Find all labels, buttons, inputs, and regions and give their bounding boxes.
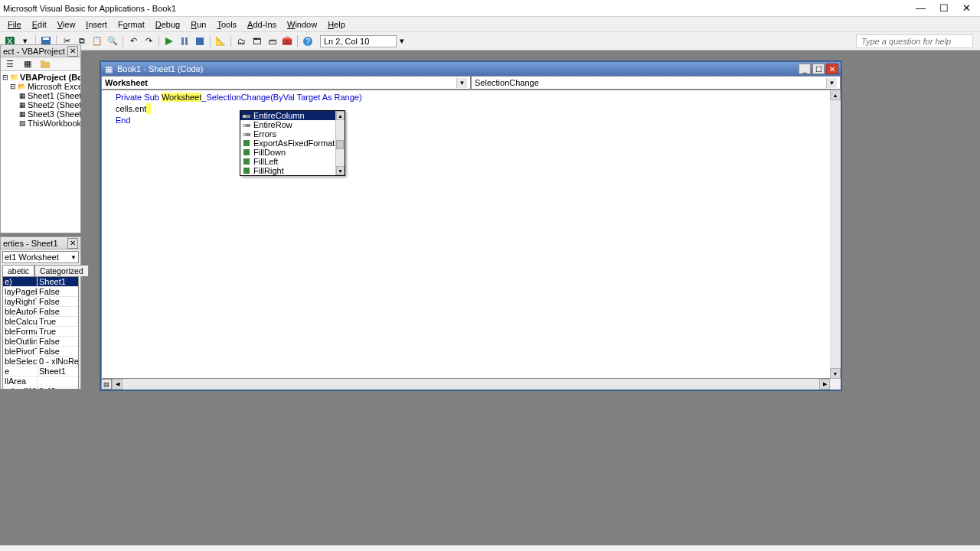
properties-grid[interactable]: e)Sheet1layPageBreakFalselayRightToLefFa… — [2, 276, 79, 390]
property-row[interactable]: bleSelection0 - xlNoRestric — [3, 357, 78, 367]
intellisense-popup[interactable]: EntireColumnEntireRowErrorsExportAsFixed… — [240, 110, 345, 176]
undo-icon[interactable]: ↶ — [127, 35, 139, 47]
tree-sheet2[interactable]: ▦Sheet2 (Sheet2) — [2, 100, 79, 109]
code-editor[interactable]: Private Sub Worksheet_SelectionChange(By… — [101, 90, 841, 379]
intellisense-item[interactable]: EntireRow — [240, 120, 345, 129]
menu-view[interactable]: View — [52, 18, 81, 31]
intellisense-item[interactable]: EntireColumn — [240, 111, 345, 120]
property-value[interactable]: False — [38, 337, 78, 346]
horizontal-scrollbar[interactable]: ◀ ▶ — [112, 379, 830, 390]
property-row[interactable]: blePivotTableFalse — [3, 347, 78, 357]
code-text[interactable]: Private Sub Worksheet_SelectionChange(By… — [102, 90, 840, 128]
property-row[interactable]: bleAutoFilterFalse — [3, 307, 78, 317]
code-maximize-button[interactable]: ☐ — [812, 64, 825, 74]
scroll-up-icon[interactable]: ▲ — [336, 111, 345, 120]
object-browser-icon[interactable]: 🗃 — [266, 35, 278, 47]
menu-format[interactable]: Format — [113, 18, 150, 31]
tree-thisworkbook[interactable]: ▧ThisWorkbook — [2, 119, 79, 128]
property-row[interactable]: llArea — [3, 377, 78, 386]
close-button[interactable]: ✕ — [962, 2, 971, 14]
menu-debug[interactable]: Debug — [150, 18, 185, 31]
procedure-combo[interactable]: SelectionChange ▼ — [471, 76, 841, 90]
property-value[interactable]: 8.43 — [38, 386, 78, 390]
dropdown-arrow-icon[interactable]: ▼ — [456, 78, 467, 88]
property-value[interactable] — [38, 377, 78, 386]
reset-icon[interactable] — [194, 35, 206, 47]
property-row[interactable]: bleFormatConTrue — [3, 327, 78, 337]
tree-folder[interactable]: ⊟ 📂 Microsoft Excel Objects — [2, 82, 79, 91]
tab-categorized[interactable]: Categorized — [34, 265, 89, 276]
menu-addins[interactable]: Add-Ins — [242, 18, 282, 31]
scroll-right-icon[interactable]: ▶ — [819, 379, 830, 390]
break-icon[interactable] — [178, 35, 191, 47]
code-window-title[interactable]: ▦ Book1 - Sheet1 (Code) _ ☐ ✕ — [101, 62, 841, 76]
project-panel-close-icon[interactable]: ✕ — [67, 46, 78, 57]
find-icon[interactable]: 🔍 — [106, 35, 119, 47]
procedure-view-icon[interactable]: ▤ — [101, 379, 112, 390]
property-row[interactable]: ndardWidth8.43 — [3, 386, 78, 390]
property-row[interactable]: e)Sheet1 — [3, 277, 78, 287]
scroll-up-icon[interactable]: ▲ — [830, 90, 841, 100]
menu-window[interactable]: Window — [282, 18, 322, 31]
intellisense-item[interactable]: Errors — [240, 129, 345, 139]
property-row[interactable]: bleCalculationTrue — [3, 317, 78, 327]
properties-object-combo[interactable]: et1 Worksheet ▼ — [2, 251, 79, 263]
minus-icon[interactable]: ⊟ — [10, 82, 16, 91]
dropdown-arrow-icon[interactable]: ▼ — [70, 254, 77, 261]
run-icon[interactable] — [163, 35, 175, 47]
project-explorer-icon[interactable]: 🗂 — [235, 35, 247, 47]
scroll-down-icon[interactable]: ▼ — [830, 368, 841, 379]
paste-icon[interactable]: 📋 — [91, 35, 103, 47]
dropdown-arrow-icon[interactable]: ▼ — [826, 78, 837, 88]
properties-icon[interactable]: 🗔 — [250, 35, 263, 47]
property-value[interactable]: Sheet1 — [38, 367, 78, 376]
property-value[interactable]: False — [38, 297, 78, 306]
toolbox-icon[interactable]: 🧰 — [281, 35, 293, 47]
tree-sheet1[interactable]: ▦Sheet1 (Sheet1) — [2, 91, 79, 100]
redo-icon[interactable]: ↷ — [142, 35, 155, 47]
property-row[interactable]: eSheet1 — [3, 367, 78, 377]
property-value[interactable]: Sheet1 — [38, 277, 78, 286]
property-row[interactable]: layPageBreakFalse — [3, 287, 78, 297]
menu-file[interactable]: File — [2, 18, 27, 31]
property-row[interactable]: layRightToLefFalse — [3, 297, 78, 307]
tree-project-root[interactable]: ⊟ 📁 VBAProject (Book1) — [2, 73, 79, 82]
minimize-button[interactable]: — — [916, 2, 926, 14]
property-value[interactable]: False — [38, 287, 78, 296]
vertical-scrollbar[interactable]: ▲ ▼ — [830, 90, 841, 379]
menu-tools[interactable]: Tools — [211, 18, 242, 31]
menu-insert[interactable]: Insert — [80, 18, 113, 31]
maximize-button[interactable]: ☐ — [939, 2, 949, 14]
menu-help[interactable]: Help — [322, 18, 351, 31]
property-value[interactable]: True — [38, 317, 78, 326]
properties-panel-close-icon[interactable]: ✕ — [67, 238, 78, 249]
scroll-down-icon[interactable]: ▼ — [336, 166, 345, 175]
scroll-left-icon[interactable]: ◀ — [112, 379, 122, 390]
property-value[interactable]: False — [38, 307, 78, 316]
menu-run[interactable]: Run — [185, 18, 211, 31]
help-icon[interactable]: ? — [302, 35, 314, 47]
minus-icon[interactable]: ⊟ — [2, 73, 8, 82]
code-minimize-button[interactable]: _ — [799, 64, 811, 74]
intellisense-item[interactable]: ExportAsFixedFormat — [240, 139, 345, 148]
intellisense-item[interactable]: FillLeft — [240, 157, 345, 166]
design-mode-icon[interactable]: 📐 — [214, 35, 227, 47]
scroll-thumb[interactable] — [336, 140, 344, 149]
object-combo[interactable]: Worksheet ▼ — [101, 76, 471, 90]
intellisense-item[interactable]: FillRight — [240, 166, 345, 175]
view-code-icon[interactable]: ☰ — [4, 58, 16, 70]
project-tree[interactable]: ⊟ 📁 VBAProject (Book1) ⊟ 📂 Microsoft Exc… — [1, 71, 80, 233]
tree-sheet3[interactable]: ▦Sheet3 (Sheet3) — [2, 109, 79, 119]
menu-edit[interactable]: Edit — [27, 18, 52, 31]
property-value[interactable]: True — [38, 327, 78, 336]
toggle-folders-icon[interactable] — [39, 58, 51, 70]
view-object-icon[interactable]: ▦ — [21, 58, 34, 70]
code-close-button[interactable]: ✕ — [826, 64, 838, 74]
intellisense-item[interactable]: FillDown — [240, 148, 345, 157]
property-row[interactable]: bleOutliningFalse — [3, 337, 78, 347]
property-value[interactable]: False — [38, 347, 78, 356]
help-search-input[interactable] — [856, 34, 973, 48]
toolbar-grip-icon[interactable]: ▾ — [400, 36, 404, 46]
intellisense-scrollbar[interactable]: ▲ ▼ — [335, 111, 345, 175]
property-value[interactable]: 0 - xlNoRestric — [38, 357, 78, 366]
